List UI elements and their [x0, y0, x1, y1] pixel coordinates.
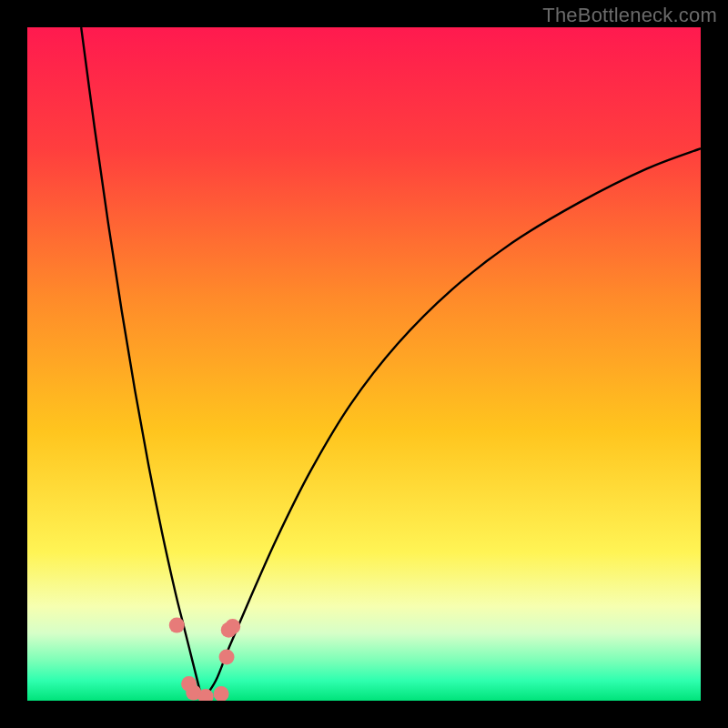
data-marker [219, 649, 235, 664]
data-marker [225, 619, 240, 634]
gradient-background [27, 27, 701, 701]
attribution-label: TheBottleneck.com [542, 4, 717, 27]
chart-frame: TheBottleneck.com [0, 0, 728, 728]
plot-area [27, 27, 701, 701]
bottleneck-chart [27, 27, 701, 701]
data-marker [169, 618, 185, 633]
